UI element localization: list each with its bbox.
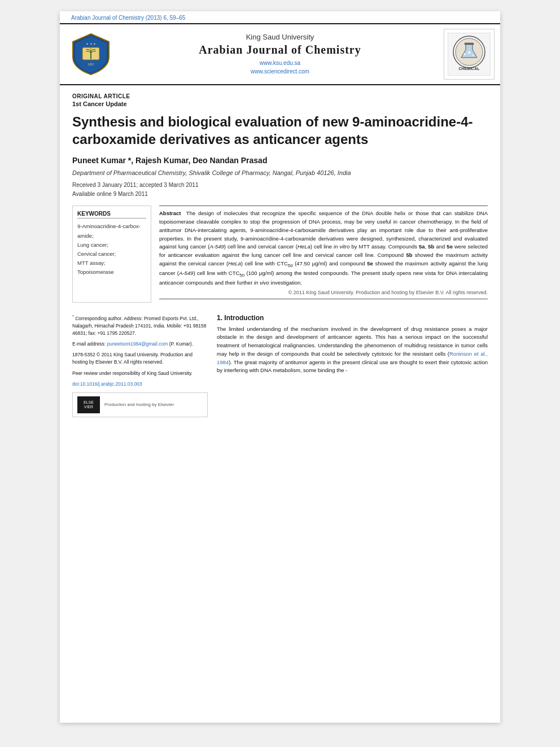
the-dash-text: the - [336, 367, 347, 373]
ksu-logo-left: ✦ ✦ ✦ 1957 [65, 29, 116, 80]
university-name: King Saud University [122, 33, 438, 41]
footer-section: * Corresponding author. Address: Promed … [72, 309, 488, 417]
keyword-item: Topoisomerase [77, 268, 146, 277]
issn-footnote: 1878-5352 © 2011 King Saud University. P… [72, 351, 208, 366]
keywords-list: 9-Aminoacridine-4-carbox-amide; Lung can… [77, 222, 146, 277]
svg-point-9 [463, 53, 466, 55]
keywords-abstract-section: KEYWORDS 9-Aminoacridine-4-carbox-amide;… [72, 206, 488, 302]
affiliation: Department of Pharmaceutical Chemistry, … [72, 169, 488, 176]
doi-link[interactable]: doi:10.1016/j.arabjc.2011.03.003 [72, 381, 142, 387]
abstract-top-divider [159, 206, 488, 206]
article-page: Arabian Journal of Chemistry (2013) 6, 5… [60, 11, 500, 723]
svg-point-11 [473, 55, 474, 56]
keyword-item: MTT assay; [77, 259, 146, 268]
svg-text:CHEMICAL: CHEMICAL [459, 67, 480, 71]
abstract-copyright: © 2011 King Saud University. Production … [159, 290, 488, 295]
article-type: ORIGINAL ARTICLE [72, 93, 488, 99]
elsevier-box: ELSEVIER Production and hosting by Elsev… [72, 392, 208, 417]
abstract-section: Abstract The design of molecules that re… [159, 206, 488, 302]
chemical-logo-right: CHEMICAL [444, 29, 495, 80]
header-center: King Saud University Arabian Journal of … [116, 33, 444, 76]
peer-review-footnote: Peer review under responsibility of King… [72, 370, 208, 377]
svg-point-10 [468, 51, 471, 54]
svg-text:✦ ✦ ✦: ✦ ✦ ✦ [86, 42, 96, 46]
journal-header: ✦ ✦ ✦ 1957 King Saud University Arabian … [60, 23, 500, 85]
email-footnote: E-mail address: puneetsoni1984@gmail.com… [72, 340, 208, 348]
introduction-section: 1. Introduction The limited understandin… [217, 314, 488, 417]
keyword-item: Lung cancer; [77, 241, 146, 250]
corresponding-author: * Corresponding author. Address: Promed … [72, 314, 208, 337]
abstract-bottom-divider [159, 299, 488, 299]
keywords-title: KEYWORDS [77, 211, 146, 219]
svg-text:1957: 1957 [88, 63, 94, 66]
doi-footnote: doi:10.1016/j.arabjc.2011.03.003 [72, 381, 208, 388]
footnotes-section: * Corresponding author. Address: Promed … [72, 314, 208, 417]
authors: Puneet Kumar *, Rajesh Kumar, Deo Nandan… [72, 156, 488, 165]
article-content: ORIGINAL ARTICLE 1st Cancer Update Synth… [60, 85, 500, 425]
elsevier-caption: Production and hosting by Elsevier [104, 402, 174, 407]
abstract-text: Abstract The design of molecules that re… [159, 209, 488, 287]
keywords-box: KEYWORDS 9-Aminoacridine-4-carbox-amide;… [72, 206, 151, 302]
elsevier-logo-text: ELSEVIER [84, 400, 94, 410]
intro-title: 1. Introduction [217, 314, 488, 322]
article-dates: Received 3 January 2011; accepted 3 Marc… [72, 181, 488, 199]
email-link[interactable]: puneetsoni1984@gmail.com [107, 341, 168, 347]
journal-websites: www.ksu.edu.sa www.sciencedirect.com [122, 59, 438, 76]
elsevier-logo: ELSEVIER [77, 396, 100, 413]
journal-reference: Arabian Journal of Chemistry (2013) 6, 5… [60, 11, 500, 23]
keyword-item: 9-Aminoacridine-4-carbox-amide; [77, 222, 146, 240]
intro-paragraph: The limited understanding of the mechani… [217, 325, 488, 375]
article-title: Synthesis and biological evaluation of n… [72, 113, 488, 148]
journal-title: Arabian Journal of Chemistry [122, 43, 438, 56]
svg-rect-8 [465, 43, 474, 45]
selectively-text: selectively [345, 351, 370, 357]
keyword-item: Cervical cancer; [77, 250, 146, 259]
article-series: 1st Cancer Update [72, 101, 488, 107]
